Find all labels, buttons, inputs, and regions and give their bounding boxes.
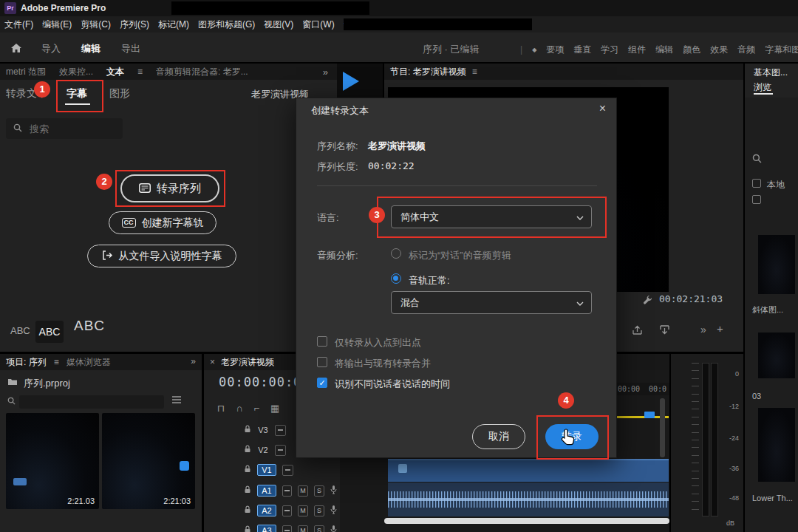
subtab-graphics[interactable]: 图形 [109, 87, 130, 100]
vertical-scrollbar[interactable] [660, 398, 665, 457]
essential-graphics-title[interactable]: 基本图... [754, 66, 788, 79]
track-output-toggle-icon[interactable] [282, 465, 293, 476]
track-output-toggle-icon[interactable] [282, 525, 292, 532]
panel-menu-icon[interactable]: ≡ [137, 66, 143, 77]
track-label-targeted[interactable]: A3 [257, 525, 276, 532]
workspace-tab-edit[interactable]: 编辑 [81, 42, 100, 55]
track-header-a1[interactable]: A1 M S [210, 482, 337, 499]
lock-icon[interactable] [244, 465, 251, 475]
workspace-item-9[interactable]: 字幕和图形 [765, 44, 798, 56]
panel-overflow-icon[interactable]: » [323, 66, 328, 78]
menu-edit[interactable]: 编辑(E) [42, 18, 72, 31]
track-header-v1[interactable]: V1 [210, 461, 337, 479]
track-output-toggle-icon[interactable] [275, 425, 286, 436]
lock-icon[interactable] [244, 485, 251, 496]
solo-toggle[interactable]: S [314, 505, 324, 516]
timeline-tab[interactable]: 老罗演讲视频 [221, 356, 274, 369]
track-header-a2[interactable]: A2 M S [210, 502, 337, 519]
panel-overflow-icon[interactable]: » [191, 356, 196, 366]
track-output-toggle-icon[interactable] [275, 445, 286, 456]
tab-audio-mixer[interactable]: 音频剪辑混合器: 老罗... [156, 66, 248, 78]
tab-effect-controls[interactable]: 效果控... [59, 66, 93, 78]
close-icon[interactable]: × [210, 357, 215, 367]
project-search-input[interactable] [19, 395, 164, 409]
playhead-marker[interactable] [644, 412, 655, 418]
video-clip[interactable] [388, 459, 669, 482]
template-thumbnail-2[interactable] [758, 332, 795, 378]
mute-toggle[interactable]: M [298, 525, 308, 532]
lock-icon[interactable] [244, 425, 251, 435]
filter-checkbox[interactable] [752, 195, 761, 204]
panel-menu-icon[interactable]: ≡ [472, 66, 477, 77]
panel-menu-icon[interactable]: ≡ [54, 357, 59, 367]
audio-clip[interactable] [388, 482, 669, 516]
workspace-diamond-icon[interactable]: ◆ [532, 47, 536, 53]
snap-icon[interactable]: ∩ [236, 403, 242, 414]
solo-toggle[interactable]: S [314, 525, 324, 532]
home-icon[interactable] [10, 43, 22, 55]
program-timecode[interactable]: 00:02:21:03 [659, 293, 723, 304]
menu-view[interactable]: 视图(V) [264, 18, 293, 31]
lock-icon[interactable] [244, 505, 251, 516]
workspace-item-4[interactable]: 组件 [628, 44, 646, 56]
settings-wrench-icon[interactable] [643, 295, 652, 307]
tab-media-browser[interactable]: 媒体浏览器 [66, 356, 111, 369]
track-label[interactable]: V3 [257, 426, 269, 434]
lock-icon[interactable] [244, 525, 251, 532]
menu-clip[interactable]: 剪辑(C) [81, 18, 111, 31]
menu-markers[interactable]: 标记(M) [158, 18, 189, 31]
track-label-targeted[interactable]: A1 [257, 485, 276, 497]
workspace-item-2[interactable]: 垂直 [573, 44, 591, 56]
workspace-item-6[interactable]: 颜色 [683, 44, 700, 56]
create-caption-track-button[interactable]: CC 创建新字幕轨 [109, 211, 216, 234]
tagged-dialogue-radio[interactable] [391, 248, 401, 259]
workspace-item-3[interactable]: 学习 [601, 44, 618, 56]
program-tab[interactable]: 节目: 老罗演讲视频 [390, 66, 466, 78]
track-output-toggle-icon[interactable] [282, 485, 292, 497]
insert-overwrite-icon[interactable]: ⊓ [217, 403, 225, 414]
mute-toggle[interactable]: M [298, 485, 308, 497]
track-output-toggle-icon[interactable] [282, 505, 292, 516]
workspace-tab-export[interactable]: 导出 [121, 42, 140, 55]
caption-style-none[interactable]: ABC [10, 325, 30, 336]
inout-checkbox[interactable] [317, 336, 327, 347]
track-label-targeted[interactable]: V1 [257, 464, 276, 476]
horizontal-scrollbar[interactable] [384, 518, 669, 524]
track-label-targeted[interactable]: A2 [257, 505, 276, 516]
timeline-settings-icon[interactable]: ▦ [270, 403, 279, 414]
solo-toggle[interactable]: S [314, 485, 324, 497]
add-button-icon[interactable]: + [717, 322, 723, 335]
template-thumbnail-3[interactable] [758, 408, 795, 482]
extract-icon[interactable] [659, 325, 670, 337]
mic-icon[interactable] [330, 505, 337, 516]
menu-sequence[interactable]: 序列(S) [120, 18, 149, 31]
merge-checkbox[interactable] [317, 357, 327, 367]
cancel-button[interactable]: 取消 [472, 424, 525, 449]
workspace-tab-import[interactable]: 导入 [41, 42, 61, 55]
sequence-thumbnail-1[interactable]: 2:21.03 [6, 413, 99, 509]
search-icon[interactable] [752, 154, 762, 166]
captions-search-input[interactable] [28, 123, 112, 135]
track-radio[interactable] [391, 273, 401, 284]
template-thumbnail-1[interactable] [758, 235, 795, 294]
mic-icon[interactable] [330, 485, 337, 497]
workspace-item-8[interactable]: 音频 [737, 44, 755, 56]
caption-style-selected[interactable]: ABC [35, 321, 64, 343]
track-dropdown[interactable]: 混合 [391, 291, 592, 314]
close-icon[interactable]: × [599, 102, 606, 115]
caption-style-large[interactable]: ABC [74, 318, 105, 334]
menu-file[interactable]: 文件(F) [4, 18, 33, 31]
mic-icon[interactable] [330, 525, 337, 532]
workspace-item-1[interactable]: 要项 [546, 44, 564, 56]
menu-window[interactable]: 窗口(W) [302, 18, 334, 31]
lock-icon[interactable] [244, 445, 251, 455]
mute-toggle[interactable]: M [298, 505, 308, 516]
lift-icon[interactable] [632, 325, 643, 337]
tab-text[interactable]: 文本 [106, 66, 124, 78]
local-checkbox[interactable] [752, 179, 761, 188]
speakers-checkbox[interactable]: ✓ [317, 378, 327, 388]
list-view-icon[interactable] [171, 395, 182, 406]
menu-graphics[interactable]: 图形和标题(G) [198, 18, 255, 31]
track-label[interactable]: V2 [257, 446, 269, 454]
track-header-a3[interactable]: A3 M S [210, 522, 337, 532]
